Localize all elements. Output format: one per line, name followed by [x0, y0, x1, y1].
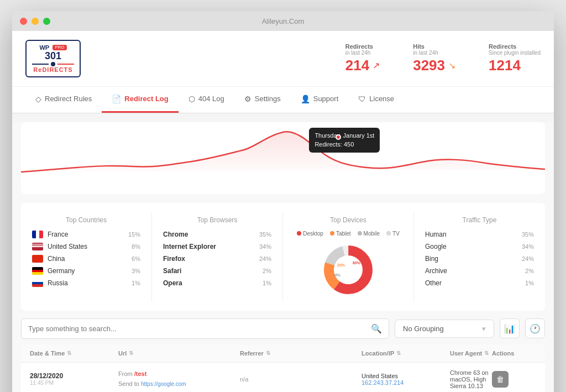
th-location: Location/IP ⇅: [361, 350, 450, 357]
browser-chrome: Chrome 35%: [163, 231, 271, 238]
stat-hits-value: 3293: [413, 57, 445, 74]
country-name-russia: Russia: [48, 279, 127, 287]
tab-settings[interactable]: ⚙ Settings: [234, 87, 291, 113]
traffic-bing: Bing 24%: [425, 255, 534, 263]
browser-firefox: Firefox 24%: [163, 255, 271, 263]
cell-agent-1: Chrome 63 on macOS, High Sierra 10.13: [450, 369, 492, 389]
search-input[interactable]: [28, 325, 371, 333]
sort-datetime-icon[interactable]: ⇅: [67, 350, 71, 356]
window-controls: [20, 18, 50, 25]
logo-301: 301: [45, 51, 61, 62]
top-devices-section: Top Devices Desktop Tablet Mobile TV: [283, 212, 414, 302]
sort-location-icon[interactable]: ⇅: [396, 350, 401, 356]
flag-germany: [32, 267, 43, 275]
chart-view-button[interactable]: 📊: [500, 318, 520, 338]
svg-text:16%: 16%: [333, 273, 341, 277]
country-pct-france: 15%: [128, 231, 140, 238]
country-us: United States 8%: [32, 243, 140, 250]
stats-row: Top Countries France 15% United States 8…: [21, 203, 545, 311]
cell-referrer-1: n/a: [240, 376, 361, 383]
redirect-rules-icon: ◇: [35, 95, 41, 103]
search-icon: 🔍: [371, 323, 382, 334]
th-datetime: Date & Time ⇅: [30, 350, 118, 357]
svg-point-4: [334, 256, 362, 284]
close-button[interactable]: [20, 18, 27, 25]
app-window: Alileyun.Com WP PRO 301 ReDIRECTS Redire: [12, 11, 554, 392]
tab-redirect-log-label: Redirect Log: [124, 95, 168, 103]
minimize-button[interactable]: [32, 18, 39, 25]
country-name-us: United States: [48, 243, 127, 250]
search-row: 🔍 No Grouping ▾ 📊 🕐: [21, 318, 545, 339]
logo: WP PRO 301 ReDIRECTS: [25, 40, 81, 77]
sort-referrer-icon[interactable]: ⇅: [266, 350, 270, 356]
delete-button-1[interactable]: 🗑: [492, 371, 509, 388]
country-france: France 15%: [32, 231, 140, 238]
license-icon: 🛡: [358, 95, 366, 103]
top-countries-title: Top Countries: [32, 216, 140, 224]
tab-404-log-label: 404 Log: [198, 95, 224, 103]
tab-settings-label: Settings: [255, 95, 281, 103]
flag-france: [32, 231, 43, 238]
tab-redirect-rules[interactable]: ◇ Redirect Rules: [25, 87, 102, 113]
chart-icon: 📊: [504, 323, 515, 334]
top-browsers-section: Top Browsers Chrome 35% Internet Explore…: [152, 212, 283, 302]
tab-redirect-log[interactable]: 📄 Redirect Log: [102, 87, 178, 113]
traffic-type-title: Traffic Type: [425, 216, 534, 224]
browser-ie: Internet Explorer 34%: [163, 243, 271, 250]
stat-hits-sublabel: in last 24h: [413, 50, 455, 56]
device-legend: Desktop Tablet Mobile TV: [297, 231, 400, 237]
titlebar: Alileyun.Com: [12, 11, 554, 31]
navigation-tabs: ◇ Redirect Rules 📄 Redirect Log ⬡ 404 Lo…: [12, 87, 554, 113]
browser-safari: Safari 2%: [163, 267, 271, 275]
stat-total-value: 1214: [489, 57, 521, 74]
404-log-icon: ⬡: [188, 95, 195, 103]
sort-url-icon[interactable]: ⇅: [129, 350, 133, 356]
table-row: 28/12/2020 11:45 PM From /test Send to h…: [21, 363, 545, 392]
country-pct-china: 6%: [132, 255, 140, 262]
stat-redirects-value: 214: [345, 57, 369, 74]
table-header-row: Date & Time ⇅ Url ⇅ Referrer ⇅ Location/…: [21, 344, 545, 363]
send-to-link-1[interactable]: https://google.com: [141, 381, 186, 387]
grouping-dropdown[interactable]: No Grouping ▾: [395, 320, 494, 338]
from-url-link-1[interactable]: /test: [134, 370, 147, 377]
cell-location-1: United States 162.243.37.214: [361, 373, 450, 386]
tab-support-label: Support: [313, 95, 339, 103]
clock-icon: 🕐: [530, 323, 541, 334]
country-name-france: France: [48, 231, 124, 238]
stat-redirects-total: Redirects Since plugin installed 1214: [489, 43, 541, 74]
country-pct-us: 8%: [132, 243, 140, 250]
country-name-germany: Germany: [48, 267, 127, 275]
country-pct-germany: 3%: [132, 268, 140, 274]
search-input-container[interactable]: 🔍: [21, 318, 389, 339]
stats-group: Redirects in last 24h 214 ↗ Hits in last…: [345, 43, 541, 74]
th-actions: Actions: [492, 350, 536, 357]
tab-404-log[interactable]: ⬡ 404 Log: [179, 87, 234, 113]
th-url: Url ⇅: [118, 350, 240, 357]
tab-license[interactable]: 🛡 License: [348, 87, 404, 113]
traffic-archive: Archive 2%: [425, 267, 534, 275]
flag-china: [32, 255, 43, 263]
tab-support[interactable]: 👤 Support: [291, 87, 349, 113]
country-name-china: China: [48, 255, 127, 263]
country-china: China 6%: [32, 255, 140, 263]
redirect-log-icon: 📄: [112, 95, 121, 103]
top-countries-section: Top Countries France 15% United States 8…: [21, 212, 152, 302]
tab-redirect-rules-label: Redirect Rules: [45, 95, 92, 103]
clock-button[interactable]: 🕐: [525, 318, 545, 338]
window-title: Alileyun.Com: [262, 17, 305, 25]
stat-redirects-24h: Redirects in last 24h 214 ↗: [345, 43, 380, 74]
th-agent: User Agent ⇅: [450, 350, 492, 357]
traffic-type-section: Traffic Type Human 35% Google 34% Bing 2…: [414, 212, 545, 302]
stat-total-sublabel: Since plugin installed: [489, 50, 541, 56]
maximize-button[interactable]: [43, 18, 50, 25]
app-header: WP PRO 301 ReDIRECTS Redirects in last 2…: [12, 31, 554, 87]
main-content: Thursday, January 1st Redirects: 450 Top…: [12, 122, 554, 392]
cell-datetime-1: 28/12/2020 11:45 PM: [30, 372, 118, 386]
top-devices-title: Top Devices: [294, 216, 402, 224]
legend-mobile: Mobile: [358, 231, 380, 237]
stat-total-label: Redirects: [489, 43, 541, 50]
chevron-down-icon: ▾: [482, 325, 486, 333]
settings-icon: ⚙: [244, 95, 251, 103]
sort-agent-icon[interactable]: ⇅: [484, 350, 489, 356]
flag-russia: [32, 279, 43, 287]
